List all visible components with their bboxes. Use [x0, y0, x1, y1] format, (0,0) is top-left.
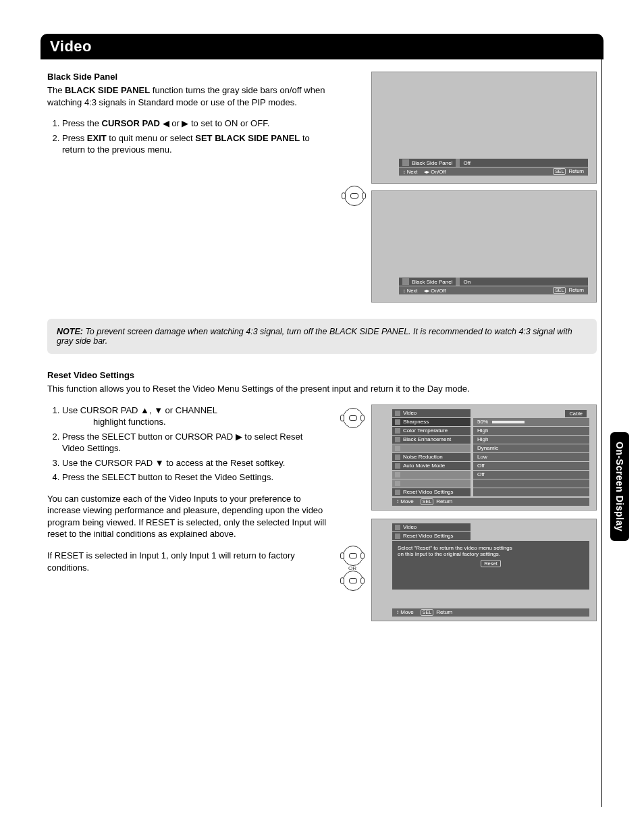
- section2-intro: This function allows you to Reset the Vi…: [47, 383, 597, 395]
- section2-steps: Use CURSOR PAD ▲, ▼ or CHANNEL highlight…: [47, 405, 327, 484]
- foot-return: SEL Return: [419, 498, 452, 505]
- foot-return: SEL Return: [419, 609, 452, 616]
- text: ◀ or ▶ to set to ON or OFF.: [160, 118, 269, 128]
- section2-para3: If RESET is selected in Input 1, only In…: [47, 550, 327, 573]
- menu-item: Reset Video Settings: [403, 533, 454, 539]
- menu-value: Dynamic: [477, 445, 498, 451]
- osd-item-label: Black Side Panel: [412, 160, 452, 166]
- menu-item: Color Temperature: [403, 427, 448, 434]
- step-1: Press the CURSOR PAD ◀ or ▶ to set to ON…: [62, 118, 327, 130]
- input-tag: Cable: [565, 410, 587, 417]
- menu-value: Low: [477, 454, 487, 460]
- remote-icon: [340, 571, 365, 589]
- osd-screenshot-off: Black Side Panel Off ↕ Next ◂▸ On/Off SE…: [371, 72, 597, 184]
- text: Press the: [62, 118, 102, 128]
- text-bold: BLACK SIDE PANEL: [65, 85, 150, 95]
- text-bold: EXIT: [87, 133, 107, 143]
- page-title: Video: [41, 34, 603, 59]
- section1-heading: Black Side Panel: [47, 72, 327, 82]
- menu-value: Off: [477, 463, 485, 469]
- menu-item: Reset Video Settings: [403, 489, 454, 495]
- step-4: Press the SELECT button to Reset the Vid…: [62, 471, 327, 484]
- side-tab: On-Screen Display: [610, 432, 629, 541]
- section2-heading: Reset Video Settings: [47, 370, 597, 380]
- section1-steps: Press the CURSOR PAD ◀ or ▶ to set to ON…: [47, 118, 327, 156]
- remote-icon: [340, 409, 365, 428]
- reset-message: Select "Reset" to return the video menu …: [392, 541, 589, 590]
- reset-menu-screenshot: Video Reset Video Settings Select "Reset…: [371, 519, 597, 621]
- text: The: [47, 85, 65, 95]
- hint-next: ↕ Next: [403, 169, 417, 175]
- text-bold: SET BLACK SIDE PANEL: [195, 133, 300, 143]
- menu-value: Off: [477, 471, 485, 477]
- menu-item: Sharpness: [403, 419, 429, 425]
- video-menu-screenshot: Cable Video ▲ Sharpness50% Color Tempera…: [371, 405, 597, 511]
- remote-icon: [340, 546, 365, 564]
- hint-onoff: ◂▸ On/Off: [424, 169, 446, 175]
- note-box: NOTE: To prevent screen damage when watc…: [47, 319, 597, 354]
- section1-intro: The BLACK SIDE PANEL function turns the …: [47, 84, 327, 108]
- menu-value: High: [477, 427, 488, 434]
- menu-item: Black Enhancement: [403, 436, 451, 442]
- menu-value: 50%: [477, 419, 488, 425]
- reset-button[interactable]: Reset: [481, 560, 501, 567]
- menu-icon: [402, 159, 409, 166]
- step-3: Use the CURSOR PAD ▼ to access at the Re…: [62, 457, 327, 469]
- hint-next: ↕ Next: [403, 288, 417, 294]
- remote-icon: [342, 186, 366, 206]
- menu-value: High: [477, 436, 488, 442]
- hint-onoff: ◂▸ On/Off: [424, 288, 446, 294]
- step-2: Press EXIT to quit menu or select SET BL…: [62, 132, 327, 156]
- osd-item-label: Black Side Panel: [412, 279, 452, 285]
- remote-or-stack: OR: [340, 546, 365, 590]
- osd-screenshot-on: Black Side Panel On ↕ Next ◂▸ On/Off SEL…: [371, 190, 597, 303]
- menu-title: Video: [403, 524, 417, 530]
- note-label: NOTE:: [57, 327, 83, 336]
- menu-item: Noise Reduction: [403, 454, 443, 460]
- menu-title: Video: [403, 410, 417, 416]
- hint-return: SEL Return: [552, 287, 584, 294]
- text-bold: CURSOR PAD: [102, 118, 160, 128]
- text: to quit menu or select: [107, 133, 196, 143]
- note-text: To prevent screen damage when watching 4…: [57, 327, 572, 346]
- step-1: Use CURSOR PAD ▲, ▼ or CHANNEL highlight…: [62, 405, 327, 428]
- vertical-divider: [601, 47, 602, 807]
- progress-bar: [492, 421, 525, 423]
- menu-icon: [402, 278, 409, 285]
- step-2: Press the SELECT button or CURSOR PAD ▶ …: [62, 431, 327, 454]
- menu-item: Auto Movie Mode: [403, 463, 445, 469]
- foot-move: ↕ Move: [396, 498, 414, 504]
- text: Press: [62, 133, 87, 143]
- osd-value: Off: [463, 160, 471, 166]
- hint-return: SEL Return: [552, 168, 584, 175]
- osd-value: On: [463, 279, 471, 285]
- section2-para2: You can customize each of the Video Inpu…: [47, 493, 327, 540]
- foot-move: ↕ Move: [396, 609, 414, 615]
